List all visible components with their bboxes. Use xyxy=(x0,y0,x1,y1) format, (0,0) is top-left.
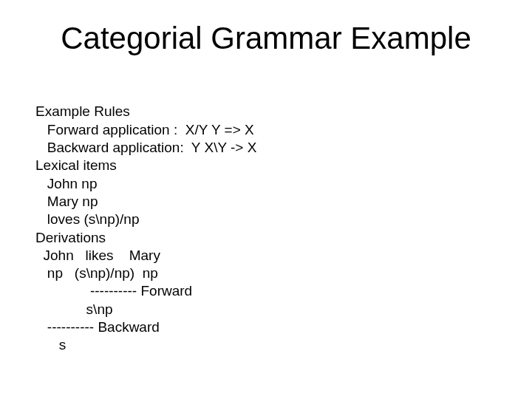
text-line: Derivations xyxy=(35,230,106,245)
text-line: Forward application : X/Y Y => X xyxy=(35,122,254,137)
text-line: John np xyxy=(35,176,97,191)
text-line: s\np xyxy=(35,301,113,317)
text-line: loves (s\np)/np xyxy=(35,211,139,227)
slide: Categorial Grammar Example Example Rules… xyxy=(0,0,532,399)
text-line: ---------- Forward xyxy=(35,283,192,299)
text-line: s xyxy=(35,337,66,352)
text-line: Lexical items xyxy=(35,157,117,173)
slide-body: Example Rules Forward application : X/Y … xyxy=(35,85,256,355)
text-line: Backward application: Y X\Y -> X xyxy=(35,140,256,155)
text-line: np (s\np)/np) np xyxy=(35,265,158,281)
text-line: John likes Mary xyxy=(35,248,160,263)
text-line: Example Rules xyxy=(35,103,130,119)
text-line: Mary np xyxy=(35,194,98,209)
slide-title: Categorial Grammar Example xyxy=(0,21,532,56)
text-line: ---------- Backward xyxy=(35,319,160,335)
